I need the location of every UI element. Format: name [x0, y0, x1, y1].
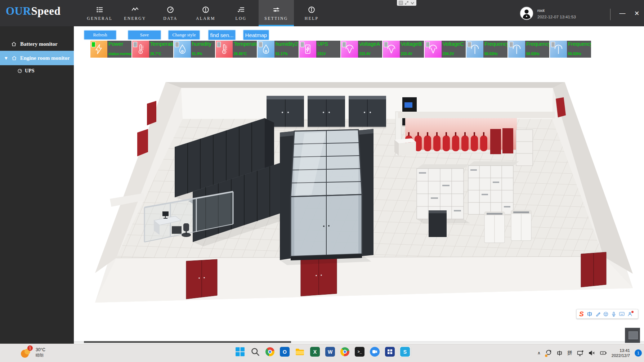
ime-lang-icon[interactable] [556, 350, 563, 356]
ime-mode-indicator[interactable]: 拼 [567, 350, 572, 356]
minimize-button[interactable]: — [616, 8, 629, 19]
chrome-icon[interactable] [265, 347, 274, 356]
sensor-value: 51.9% [192, 52, 215, 56]
sensor-label: VoltageB [401, 41, 424, 47]
frequency-icon [553, 44, 564, 55]
sidebar-item-ups[interactable]: UPS [0, 65, 74, 77]
alert-circle-icon [202, 6, 210, 14]
tab-setting[interactable]: SETTING [259, 0, 294, 26]
browser-icon[interactable] [339, 345, 351, 358]
water-drop-icon [177, 44, 188, 55]
expand-icon[interactable] [404, 1, 409, 5]
screen-capture-mini-toolbar[interactable] [397, 0, 416, 6]
app-logo: OURSpeed [6, 5, 61, 18]
search-button[interactable] [250, 347, 260, 357]
tab-log[interactable]: LOG [223, 0, 259, 26]
logo-part-1: OUR [6, 5, 31, 17]
frequency-icon [469, 44, 480, 55]
volume-muted-icon[interactable] [589, 350, 595, 356]
tab-label: HELP [305, 16, 319, 21]
sensor-tile-voltage-b[interactable]: VoltageB233.4V [383, 41, 424, 58]
sensor-tile-temperature[interactable]: Temperature26.7°C [132, 41, 173, 58]
sensor-value: 50.02Hz [568, 52, 591, 56]
keyboard-icon[interactable] [619, 312, 625, 316]
sensor-value: 231V [317, 52, 340, 56]
tab-data[interactable]: DATA [153, 0, 188, 26]
excel-icon[interactable]: X [310, 347, 320, 357]
sidebar-item-engine-room-monitor[interactable]: ▼ Engine room monitor [0, 51, 74, 65]
notification-dot [631, 311, 634, 313]
sensor-label: Temperature [234, 41, 257, 47]
sensor-tile-temperature2[interactable]: Temperature26.85°C [216, 41, 257, 58]
dark-cabinet [429, 210, 447, 237]
tab-general[interactable]: GENERAL [82, 0, 117, 26]
taskbar-apps: O X W >_ S [235, 347, 410, 357]
close-button[interactable]: ✕ [630, 8, 643, 19]
sidebar-item-battery-monitor[interactable]: Battery monitor [0, 37, 74, 51]
avatar[interactable] [520, 6, 533, 20]
sensor-tile-humidity2[interactable]: humidity251.17% [258, 41, 299, 58]
sensor-tile-frequency-c[interactable]: Frequency50.02Hz [550, 41, 591, 58]
pen-icon[interactable] [595, 312, 600, 317]
scrollbar-thumb[interactable] [84, 341, 291, 343]
horizontal-scrollbar[interactable] [74, 341, 644, 343]
save-button[interactable]: Save [128, 30, 161, 40]
start-button[interactable] [235, 347, 245, 357]
sensor-tile-voltage-c[interactable]: VoltageC234.2V [425, 41, 466, 58]
docs-app-icon[interactable] [385, 347, 395, 357]
sensor-label: VoltageA [359, 41, 382, 47]
list-icon [96, 6, 104, 14]
checklist-icon [237, 6, 245, 14]
sogou-logo-icon[interactable]: S [579, 310, 584, 317]
sensor-tile-frequency-b[interactable]: Frequency50.02Hz [508, 41, 549, 58]
folder-icon[interactable] [295, 347, 305, 357]
ime-toolbar[interactable]: S [576, 309, 638, 319]
sidebar-item-label: Engine room monitor [20, 55, 70, 61]
chinese-mode-icon[interactable] [587, 311, 592, 317]
word-icon[interactable]: W [325, 347, 335, 357]
sensor-tile-frequency-a[interactable]: Frequency50.02Hz [466, 41, 507, 58]
tab-energy[interactable]: ENERGY [117, 0, 153, 26]
smiley-icon[interactable] [603, 312, 608, 317]
weather-widget[interactable]: 1 30°C 晴朗 [20, 347, 45, 359]
tab-label: ENERGY [124, 16, 146, 21]
sliders-icon [272, 6, 280, 14]
outlook-icon[interactable]: O [280, 347, 290, 357]
change-style-button[interactable]: Change style [168, 30, 200, 40]
battery-icon[interactable] [600, 350, 607, 356]
weather-condition: 晴朗 [36, 353, 44, 357]
tab-alarm[interactable]: ALARM [188, 0, 223, 26]
tab-help[interactable]: HELP [294, 0, 329, 26]
taskbar-clock[interactable]: 13:41 2022/12/7 [612, 348, 630, 358]
notification-badge[interactable]: 1 [635, 349, 642, 357]
mic-icon[interactable] [611, 312, 616, 317]
sensor-tile-voltage-a[interactable]: VoltageA233.4V [341, 41, 382, 58]
heatmap-button[interactable]: Heatmap [243, 30, 269, 40]
logo-part-2: Speed [31, 5, 61, 17]
water-drop-icon [260, 44, 272, 55]
voltage-icon [386, 44, 397, 55]
terminal-icon[interactable]: >_ [355, 347, 365, 357]
refresh-button[interactable]: Refresh [84, 30, 116, 40]
sensor-value: 26.85°C [234, 52, 257, 56]
display-pen-icon[interactable] [577, 350, 584, 356]
chevron-down-icon[interactable] [410, 1, 415, 5]
sensor-tile-power[interactable]: Powerstatus:normal [90, 41, 131, 58]
toolbox-icon[interactable] [627, 312, 632, 317]
sogou-input-active[interactable]: S [399, 346, 411, 358]
server-room-3d-render[interactable] [74, 58, 644, 340]
sensor-label: humidity [192, 41, 215, 47]
tray-chevron-up-icon[interactable]: ∧ [537, 350, 541, 356]
sensor-tile-humidity[interactable]: humidity51.9% [174, 41, 215, 58]
dot-grid-icon[interactable] [399, 1, 403, 5]
floating-widget[interactable] [625, 328, 640, 343]
app-window: OURSpeed GENERAL ENERGY DATA ALARM LOG [0, 0, 644, 362]
meeting-app-icon[interactable] [370, 347, 380, 357]
header-bar: OURSpeed GENERAL ENERGY DATA ALARM LOG [0, 0, 644, 26]
sensor-value: 50.02Hz [526, 52, 549, 56]
find-sensor-button[interactable]: find sen... [208, 30, 236, 40]
sensor-tile-ups[interactable]: UPS231V [299, 41, 340, 58]
sensor-value: status:normal [108, 52, 131, 56]
ups-icon [302, 44, 313, 55]
sync-icon[interactable] [545, 349, 552, 357]
